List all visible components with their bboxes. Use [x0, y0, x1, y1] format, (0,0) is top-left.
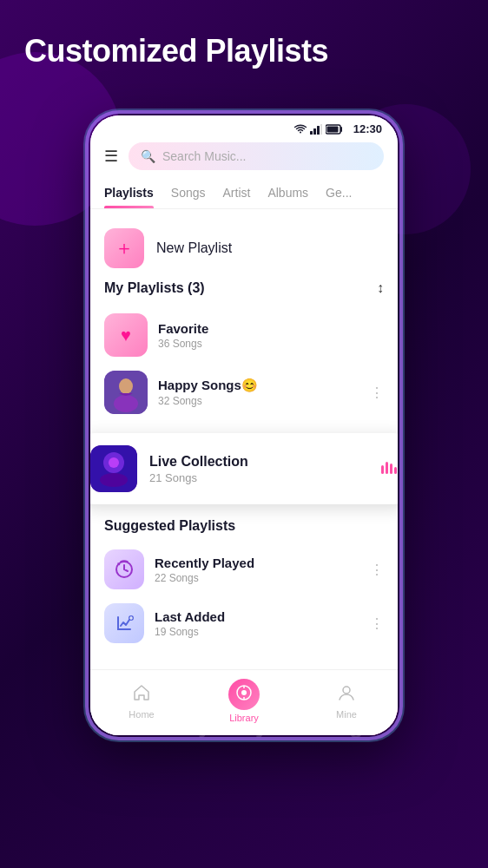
suggested-item-last-added[interactable]: Last Added 19 Songs ⋮ — [104, 596, 384, 650]
home-label: Home — [129, 709, 154, 720]
svg-rect-0 — [310, 131, 313, 135]
new-playlist-row[interactable]: ＋ New Playlist — [104, 221, 384, 280]
happy-name: Happy Songs😊 — [158, 378, 359, 393]
home-svg — [132, 683, 151, 702]
suggested-item-recently[interactable]: Recently Played 22 Songs ⋮ — [104, 542, 384, 596]
my-playlists-header: My Playlists (3) ↕ — [104, 280, 384, 296]
recently-count: 22 Songs — [155, 572, 359, 584]
svg-point-25 — [343, 687, 350, 694]
recently-more-icon[interactable]: ⋮ — [370, 562, 384, 578]
search-icon: 🔍 — [141, 149, 155, 163]
status-icons — [294, 124, 343, 135]
tab-albums[interactable]: Albums — [267, 179, 308, 208]
library-svg — [235, 684, 253, 701]
equalizer-icon — [380, 458, 398, 480]
happy-thumb — [104, 371, 148, 414]
tab-artist[interactable]: Artist — [223, 179, 251, 208]
wifi-icon — [294, 124, 307, 135]
live-artwork — [90, 445, 137, 492]
svg-point-22 — [241, 690, 247, 695]
live-thumb — [90, 445, 137, 492]
svg-rect-16 — [394, 467, 397, 474]
svg-rect-14 — [386, 462, 388, 474]
recently-thumb — [104, 549, 144, 589]
svg-point-12 — [100, 473, 128, 487]
tab-songs[interactable]: Songs — [171, 179, 206, 208]
signal-icon — [310, 124, 322, 135]
mine-label: Mine — [336, 709, 357, 720]
heart-icon: ♥ — [121, 326, 131, 345]
sort-icon[interactable]: ↕ — [377, 280, 384, 296]
tabs-bar: Playlists Songs Artist Albums Ge... — [90, 179, 398, 209]
last-added-name: Last Added — [155, 609, 359, 624]
new-playlist-icon[interactable]: ＋ — [104, 228, 144, 268]
happy-count: 32 Songs — [158, 395, 359, 407]
mine-icon — [337, 683, 356, 707]
playlist-item-happy[interactable]: Happy Songs😊 32 Songs ⋮ — [104, 364, 384, 421]
library-label: Library — [229, 713, 259, 723]
favorite-info: Favorite 36 Songs — [158, 321, 384, 350]
happy-thumb-img — [104, 371, 148, 414]
suggested-section: Suggested Playlists Recently Played 22 S… — [90, 504, 398, 662]
svg-point-11 — [109, 457, 119, 468]
equalizer-svg — [380, 458, 398, 476]
recently-info: Recently Played 22 Songs — [155, 556, 359, 584]
my-playlists-title: My Playlists (3) — [104, 280, 205, 296]
live-collection-card[interactable]: Live Collection 21 Songs — [88, 433, 400, 504]
last-added-more-icon[interactable]: ⋮ — [370, 615, 384, 632]
tab-playlists[interactable]: Playlists — [104, 179, 154, 208]
favorite-thumb: ♥ — [104, 313, 148, 357]
nav-library[interactable]: Library — [218, 679, 270, 723]
content-area: ＋ New Playlist My Playlists (3) ↕ ♥ Favo… — [90, 209, 398, 433]
library-icon — [235, 684, 253, 706]
new-playlist-label: New Playlist — [156, 240, 232, 256]
svg-rect-1 — [313, 128, 316, 135]
favorite-name: Favorite — [158, 321, 384, 336]
menu-icon[interactable]: ☰ — [104, 147, 118, 166]
svg-rect-3 — [320, 124, 322, 135]
recently-icon — [115, 560, 134, 579]
nav-home[interactable]: Home — [115, 683, 168, 720]
recently-name: Recently Played — [155, 556, 359, 570]
page-title: Customized Playlists — [24, 33, 328, 69]
live-thumb-inner — [90, 445, 137, 492]
svg-rect-2 — [317, 126, 320, 135]
svg-rect-5 — [326, 126, 338, 132]
tab-genres[interactable]: Ge... — [326, 179, 352, 208]
svg-rect-15 — [390, 464, 392, 474]
status-bar: 12:30 — [90, 115, 398, 139]
library-active-dot — [228, 679, 260, 710]
live-count: 21 Songs — [149, 471, 368, 484]
happy-more-icon[interactable]: ⋮ — [370, 385, 384, 401]
last-added-info: Last Added 19 Songs — [155, 609, 359, 638]
favorite-count: 36 Songs — [158, 338, 384, 350]
search-placeholder: Search Music... — [162, 149, 246, 163]
svg-point-7 — [119, 378, 133, 394]
happy-info: Happy Songs😊 32 Songs — [158, 378, 359, 407]
happy-person-svg — [104, 371, 148, 414]
nav-mine[interactable]: Mine — [320, 683, 373, 720]
last-added-icon — [115, 614, 134, 633]
live-info: Live Collection 21 Songs — [149, 454, 368, 484]
svg-rect-13 — [381, 465, 384, 474]
last-added-count: 19 Songs — [155, 626, 359, 638]
bottom-nav: Home Library — [90, 669, 398, 735]
last-added-thumb — [104, 603, 144, 643]
status-time: 12:30 — [353, 122, 382, 135]
mine-svg — [337, 683, 356, 702]
search-bar[interactable]: 🔍 Search Music... — [129, 142, 384, 170]
suggested-title: Suggested Playlists — [104, 518, 384, 534]
live-name: Live Collection — [149, 454, 368, 470]
svg-point-8 — [114, 395, 138, 412]
battery-icon — [326, 124, 343, 135]
phone-shell: 12:30 ☰ 🔍 Search Music... Playlists Song… — [88, 113, 400, 738]
home-icon — [132, 683, 151, 707]
playlist-item-favorite[interactable]: ♥ Favorite 36 Songs — [104, 306, 384, 364]
phone-device: 12:30 ☰ 🔍 Search Music... Playlists Song… — [88, 113, 400, 738]
top-bar: ☰ 🔍 Search Music... — [90, 139, 398, 179]
